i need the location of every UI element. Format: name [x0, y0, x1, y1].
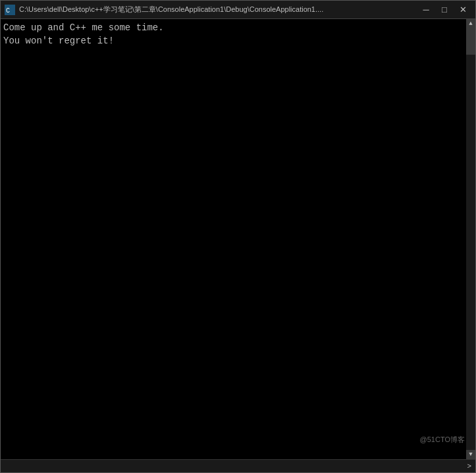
console-window: C C:\Users\dell\Desktop\c++学习笔记\第二章\Cons… [0, 0, 476, 473]
title-bar: C C:\Users\dell\Desktop\c++学习笔记\第二章\Cons… [1, 1, 475, 19]
close-button[interactable]: ✕ [454, 3, 471, 16]
console-output: Come up and C++ me some time. You won't … [3, 22, 473, 47]
svg-text:C: C [6, 7, 10, 14]
minimize-button[interactable]: ─ [417, 3, 435, 16]
output-line1: Come up and C++ me some time. [3, 22, 164, 33]
console-area[interactable]: Come up and C++ me some time. You won't … [1, 19, 475, 459]
watermark: @51CTO博客 [420, 435, 465, 445]
scroll-up-arrow[interactable]: ▲ [466, 19, 475, 28]
restore-button[interactable]: □ [436, 3, 453, 16]
app-icon: C [5, 5, 15, 15]
scrollbar-vertical[interactable]: ▲ ▼ [466, 19, 475, 459]
output-line2: You won't regret it! [3, 36, 114, 46]
scroll-down-arrow[interactable]: ▼ [466, 450, 475, 459]
window-title: C:\Users\dell\Desktop\c++学习笔记\第二章\Consol… [19, 5, 323, 14]
taskbar-arrow[interactable]: > [467, 462, 471, 470]
title-bar-controls: ─ □ ✕ [417, 3, 471, 16]
scroll-track[interactable] [466, 28, 475, 450]
taskbar: > [1, 459, 475, 472]
scroll-thumb[interactable] [466, 28, 475, 55]
title-bar-left: C C:\Users\dell\Desktop\c++学习笔记\第二章\Cons… [5, 5, 323, 15]
